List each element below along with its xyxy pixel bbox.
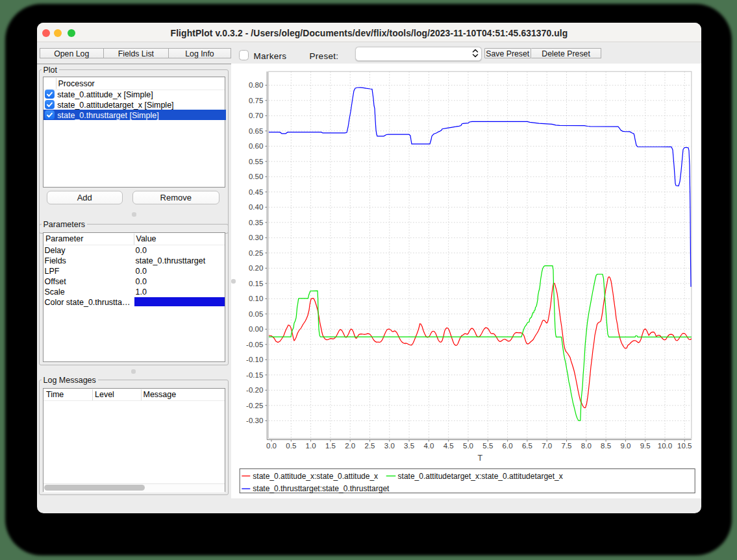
svg-text:-0.30: -0.30 — [246, 417, 263, 424]
svg-text:5.5: 5.5 — [482, 442, 493, 450]
svg-text:1.5: 1.5 — [325, 442, 336, 450]
svg-text:0.20: 0.20 — [249, 264, 263, 272]
svg-text:state_0.attitudetarget_x:state: state_0.attitudetarget_x:state_0.attitud… — [398, 472, 563, 481]
svg-text:3.5: 3.5 — [404, 442, 414, 450]
svg-text:9.5: 9.5 — [640, 442, 651, 450]
svg-text:0.5: 0.5 — [286, 442, 296, 450]
svg-text:7.0: 7.0 — [542, 442, 552, 450]
svg-text:T: T — [477, 454, 482, 463]
svg-text:0.30: 0.30 — [249, 234, 263, 241]
svg-text:0.50: 0.50 — [249, 173, 263, 180]
svg-text:-0.05: -0.05 — [246, 341, 263, 348]
svg-text:2.0: 2.0 — [345, 442, 355, 450]
svg-text:5.0: 5.0 — [463, 442, 473, 450]
svg-text:0.25: 0.25 — [249, 249, 263, 257]
svg-text:state_0.attitude_x:state_0.att: state_0.attitude_x:state_0.attitude_x — [253, 472, 378, 481]
svg-text:-0.20: -0.20 — [246, 386, 263, 394]
svg-text:0.80: 0.80 — [249, 81, 263, 89]
svg-text:0.70: 0.70 — [249, 112, 263, 119]
svg-text:0.0: 0.0 — [266, 442, 277, 450]
svg-text:9.0: 9.0 — [620, 442, 631, 450]
svg-text:4.5: 4.5 — [443, 442, 454, 450]
svg-text:0.15: 0.15 — [249, 280, 263, 287]
svg-text:0.00: 0.00 — [249, 325, 263, 333]
svg-text:6.0: 6.0 — [503, 442, 513, 450]
svg-text:0.10: 0.10 — [249, 295, 263, 302]
svg-text:10.5: 10.5 — [677, 442, 692, 450]
svg-text:0.35: 0.35 — [249, 219, 263, 226]
svg-text:0.05: 0.05 — [249, 310, 263, 318]
svg-text:-0.15: -0.15 — [246, 371, 263, 379]
svg-text:8.0: 8.0 — [581, 442, 592, 450]
svg-text:1.0: 1.0 — [306, 442, 316, 450]
svg-text:0.45: 0.45 — [249, 188, 263, 196]
svg-text:-0.25: -0.25 — [246, 402, 263, 409]
svg-text:0.60: 0.60 — [249, 142, 263, 150]
svg-text:7.5: 7.5 — [562, 442, 572, 450]
svg-text:2.5: 2.5 — [365, 442, 375, 450]
svg-text:0.40: 0.40 — [249, 203, 263, 211]
svg-text:8.5: 8.5 — [601, 442, 611, 450]
svg-text:4.0: 4.0 — [423, 442, 434, 450]
svg-text:0.65: 0.65 — [249, 127, 263, 135]
svg-text:0.55: 0.55 — [249, 158, 263, 165]
svg-text:0.75: 0.75 — [249, 97, 263, 104]
svg-text:-0.10: -0.10 — [246, 356, 263, 363]
svg-text:10.0: 10.0 — [658, 442, 672, 450]
svg-text:state_0.thrusttarget:state_0.t: state_0.thrusttarget:state_0.thrusttarge… — [253, 484, 390, 493]
svg-text:6.5: 6.5 — [522, 442, 532, 450]
svg-text:3.0: 3.0 — [384, 442, 395, 450]
